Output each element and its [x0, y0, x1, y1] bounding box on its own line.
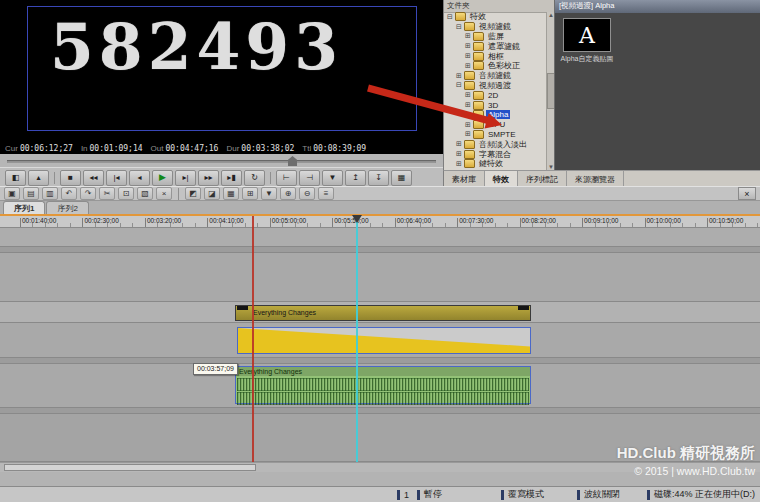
- insert-mode-icon[interactable]: ◪: [204, 187, 220, 200]
- select-mode-icon[interactable]: ◩: [185, 187, 201, 200]
- in-point-marker-line: [252, 216, 254, 462]
- tree-item[interactable]: ⊞鍵特效: [444, 159, 547, 169]
- jump-to-in-button[interactable]: ↥: [345, 170, 366, 186]
- status-track-number: 1: [397, 490, 417, 500]
- add-marker-icon[interactable]: ▼: [261, 187, 277, 200]
- timecode-value: 00:04:47;16: [165, 144, 218, 153]
- play-reverse-button[interactable]: ◂: [129, 170, 150, 186]
- toolbar-divider: [178, 188, 179, 200]
- close-button[interactable]: ×: [738, 187, 756, 200]
- fade-out-envelope[interactable]: [238, 328, 530, 353]
- status-ripple-off-text: 波紋關閉: [584, 488, 620, 501]
- collapse-icon[interactable]: ⊟: [455, 23, 463, 31]
- ruler-tick-label: 00:03:20;00: [147, 217, 181, 224]
- zoom-out-icon[interactable]: ⊖: [299, 187, 315, 200]
- collapse-icon[interactable]: ⊟: [446, 13, 454, 21]
- expand-icon[interactable]: ⊞: [455, 150, 463, 158]
- shuttle-thumb[interactable]: [288, 156, 297, 166]
- ruler-tick: [207, 218, 208, 227]
- watermark: HD.Club 精研視務所 © 2015 | www.HD.Club.tw: [617, 444, 755, 477]
- shuttle-slider[interactable]: [0, 154, 443, 168]
- expand-icon[interactable]: ⊞: [464, 62, 472, 70]
- video-clip[interactable]: Everything Changes: [235, 305, 531, 321]
- copy-clip-icon[interactable]: ⊡: [118, 187, 134, 200]
- expand-icon[interactable]: ⊞: [455, 160, 463, 168]
- status-overwrite-mode-text: 覆寫模式: [508, 488, 544, 501]
- add-marker-button[interactable]: ▼: [322, 170, 343, 186]
- rewind-button[interactable]: ◂◂: [83, 170, 104, 186]
- next-frame-button[interactable]: ▸|: [175, 170, 196, 186]
- playhead-handle[interactable]: [352, 215, 362, 223]
- snap-toggle-icon[interactable]: ⊞: [242, 187, 258, 200]
- ruler-tick-label: 00:10:00;00: [647, 217, 681, 224]
- tab-bin[interactable]: 素材庫: [444, 171, 485, 187]
- status-disk-usage: 磁碟:44% 正在使用中(D:): [647, 488, 760, 501]
- status-pause-text: 暫停: [424, 488, 442, 501]
- scrollbar-thumb[interactable]: [4, 464, 256, 471]
- expand-icon[interactable]: ⊞: [464, 32, 472, 40]
- open-project-icon[interactable]: ▤: [23, 187, 39, 200]
- timeline-track[interactable]: [0, 228, 760, 247]
- timecode-label: Out: [151, 144, 164, 153]
- sequence-tabs: 序列1序列2: [0, 201, 760, 214]
- timecode-out: Out00:04:47;16: [151, 144, 219, 153]
- redo-icon[interactable]: ↷: [80, 187, 96, 200]
- status-overwrite-mode: 覆寫模式: [501, 488, 577, 501]
- expand-icon[interactable]: ⊞: [455, 140, 463, 148]
- tab-effect[interactable]: 特效: [485, 171, 518, 187]
- folder-icon: [455, 12, 466, 21]
- status-separator: [647, 490, 650, 500]
- ruler-tick: [145, 218, 146, 227]
- effect-item-alpha-thumbnail[interactable]: A: [563, 18, 611, 52]
- watermark-title: HD.Club 精研視務所: [617, 444, 755, 463]
- toolbar-divider: [270, 172, 271, 184]
- delete-clip-icon[interactable]: ×: [156, 187, 172, 200]
- loop-play-button[interactable]: ↻: [244, 170, 265, 186]
- previous-frame-button[interactable]: |◂: [106, 170, 127, 186]
- jog-mouse-button[interactable]: ◧: [5, 170, 26, 186]
- sequence-tab-seq1[interactable]: 序列1: [3, 201, 45, 214]
- paste-clip-icon[interactable]: ▧: [137, 187, 153, 200]
- save-project-icon[interactable]: ▥: [42, 187, 58, 200]
- overwrite-mode-icon[interactable]: ▦: [223, 187, 239, 200]
- set-in-point-button[interactable]: ⊢: [276, 170, 297, 186]
- audio-clip[interactable]: Everything Changes: [235, 366, 531, 404]
- shuttle-track[interactable]: [7, 160, 436, 163]
- zoom-in-icon[interactable]: ⊕: [280, 187, 296, 200]
- effect-viewer-title: [視頻過渡] Alpha: [555, 0, 760, 13]
- timeline-ruler[interactable]: 00:01:40;0000:02:30;0000:03:20;0000:04:1…: [0, 214, 760, 228]
- goto-end-button[interactable]: ▸▮: [221, 170, 242, 186]
- expand-icon[interactable]: ⊞: [464, 52, 472, 60]
- ruler-tick: [270, 218, 271, 227]
- track-settings-icon[interactable]: ≡: [318, 187, 334, 200]
- export-frame-button[interactable]: ▦: [391, 170, 412, 186]
- jump-to-out-button[interactable]: ↧: [368, 170, 389, 186]
- set-out-point-button[interactable]: ⊣: [299, 170, 320, 186]
- play-button[interactable]: ▶: [152, 170, 173, 186]
- tab-sequence-marker[interactable]: 序列標記: [518, 171, 567, 187]
- tab-source-browser[interactable]: 來源瀏覽器: [567, 171, 624, 187]
- fast-forward-button[interactable]: ▸▸: [198, 170, 219, 186]
- clip-render-mark-left: [237, 306, 248, 310]
- palette-tabs: 素材庫特效序列標記來源瀏覽器: [443, 170, 760, 187]
- ruler-tick-label: 00:04:10;00: [209, 217, 243, 224]
- timeline-track[interactable]: [0, 253, 760, 302]
- expand-icon[interactable]: ⊞: [464, 42, 472, 50]
- mixer-rubber-band[interactable]: [237, 327, 531, 354]
- folder-icon: [473, 52, 484, 61]
- jog-dial-button[interactable]: ▴: [28, 170, 49, 186]
- undo-icon[interactable]: ↶: [61, 187, 77, 200]
- folder-icon: [464, 22, 475, 31]
- timecode-value: 00:01:09;14: [90, 144, 143, 153]
- waveform-channel-2: [237, 392, 529, 405]
- preview-frame-content: 582493: [50, 10, 343, 84]
- watermark-subtitle: © 2015 | www.HD.Club.tw: [617, 465, 755, 477]
- new-sequence-icon[interactable]: ▣: [4, 187, 20, 200]
- cut-clip-icon[interactable]: ✂: [99, 187, 115, 200]
- sequence-tab-seq2[interactable]: 序列2: [46, 201, 88, 214]
- timecode-in: In00:01:09;14: [81, 144, 143, 153]
- stop-button[interactable]: ■: [60, 170, 81, 186]
- status-separator: [501, 490, 504, 500]
- status-track-number-text: 1: [404, 490, 409, 500]
- ruler-tick-label: 00:07:30;00: [459, 217, 493, 224]
